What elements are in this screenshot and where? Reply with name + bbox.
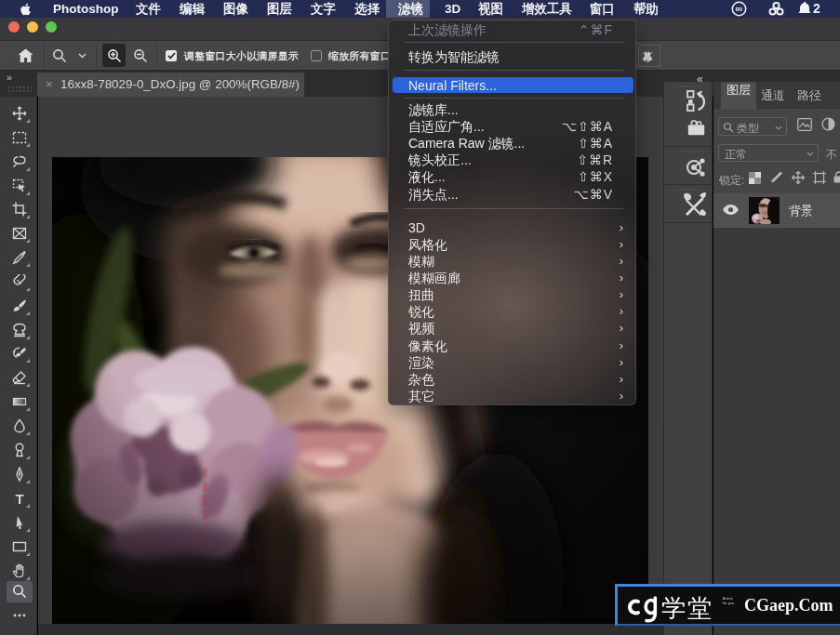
svg-text:∞: ∞ (736, 3, 743, 14)
svg-text:T: T (15, 491, 23, 506)
